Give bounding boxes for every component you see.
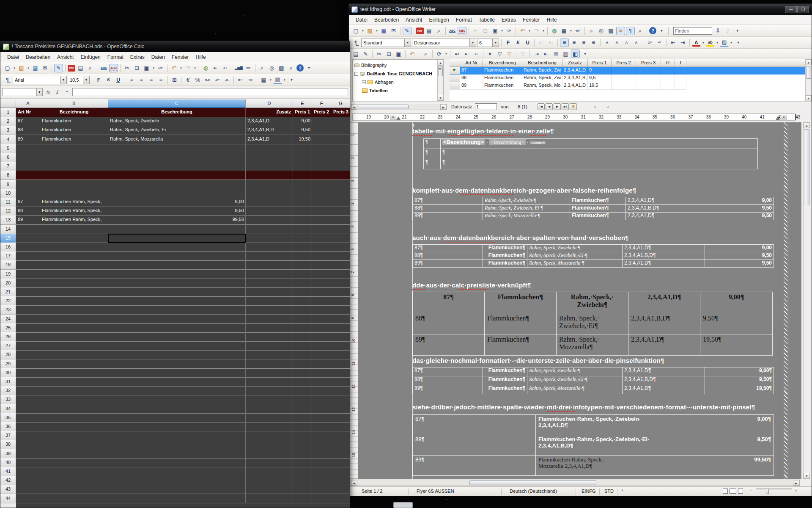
doc-table-verschoben[interactable]: 87¶Flammkuchen¶Rahm,·Speck,·Zwiebeln·¶2,… — [412, 244, 774, 268]
gallery-icon[interactable]: ▩ — [277, 64, 286, 72]
ds-column-header[interactable]: Preis 1 — [588, 59, 612, 67]
tree-scrollbar[interactable]: ▲≡▼ — [437, 60, 443, 101]
ds-column-header[interactable]: Bezeichnung — [483, 59, 522, 67]
grid-cell[interactable] — [246, 368, 293, 378]
grid-cell[interactable] — [293, 207, 312, 216]
column-header-e[interactable]: E — [293, 99, 312, 108]
grid-cell[interactable] — [16, 485, 40, 494]
decrease-indent-icon[interactable]: ⇤ — [236, 76, 245, 84]
grid-cell[interactable] — [108, 341, 246, 351]
number-format-percent-icon[interactable]: % — [193, 76, 202, 84]
ds-column-header[interactable]: Preis 2 — [612, 59, 636, 67]
row-header-17[interactable]: 17 — [0, 251, 16, 261]
row-header-10[interactable]: 10 — [0, 189, 16, 198]
menu-format[interactable]: Format — [104, 53, 127, 61]
grid-cell[interactable] — [246, 404, 293, 414]
delete-decimal-icon[interactable]: .0- — [222, 76, 231, 84]
next-record-button[interactable]: ▶ — [554, 103, 561, 110]
field-bezeichnung[interactable]: <Bezeichnung> — [442, 139, 485, 145]
grid-cell[interactable] — [108, 359, 246, 369]
italic-icon[interactable]: K — [513, 39, 522, 47]
grid-cell[interactable] — [16, 305, 40, 315]
grid-cell[interactable] — [40, 279, 108, 288]
grid-cell[interactable] — [16, 243, 40, 252]
gallery-icon[interactable]: ▩ — [606, 27, 615, 35]
tree-hscrollbar[interactable]: ◀▶ — [351, 104, 447, 110]
calc-sheet[interactable]: 1234567891011121314151617181920212223242… — [0, 108, 350, 508]
underline-icon[interactable]: U — [114, 76, 123, 84]
ds-column-header[interactable]: Art Nr — [460, 59, 483, 67]
sort-icon[interactable]: AZ — [453, 50, 461, 58]
right-margin-marker[interactable]: ≡ — [781, 115, 787, 120]
grid-cell[interactable] — [312, 126, 331, 135]
sort-ascending-icon[interactable]: A↓ — [211, 64, 220, 72]
grid-cell[interactable] — [331, 458, 350, 467]
grid-cell[interactable] — [16, 458, 40, 467]
undo-icon[interactable]: ↶ — [518, 27, 527, 35]
grid-cell[interactable] — [312, 440, 331, 449]
right-indent-marker[interactable] — [776, 116, 780, 120]
edit-data-icon[interactable]: ✎ — [361, 50, 370, 58]
align-right-icon[interactable]: ≡ — [147, 76, 156, 84]
grid-cell[interactable] — [246, 207, 293, 216]
menu-ansicht[interactable]: Ansicht — [402, 16, 425, 24]
ds-cell[interactable] — [675, 67, 686, 75]
grid-cell[interactable] — [108, 296, 246, 306]
toolbar-more-icon[interactable]: ▾ — [304, 64, 313, 72]
grid-cell[interactable] — [312, 207, 331, 216]
grid-cell[interactable] — [40, 377, 108, 387]
row-header-2[interactable]: 2 — [0, 117, 16, 126]
grid-cell[interactable] — [293, 386, 312, 395]
grid-cell[interactable] — [312, 189, 331, 198]
grid-cell[interactable] — [312, 458, 331, 467]
ds-cell[interactable] — [612, 75, 636, 82]
grid-cell[interactable] — [108, 332, 246, 342]
grid-cell[interactable] — [16, 386, 40, 395]
page-preview-icon[interactable]: ⌕ — [86, 64, 95, 72]
row-header-21[interactable]: 21 — [0, 287, 16, 297]
find-next-icon[interactable]: ⇩ — [713, 27, 722, 35]
row-header-40[interactable]: 40 — [0, 458, 16, 467]
find-more-icon[interactable]: ▾ — [733, 27, 742, 35]
row-header-37[interactable]: 37 — [0, 431, 16, 440]
grid-cell[interactable] — [246, 171, 293, 180]
align-left-icon[interactable]: ≡ — [127, 76, 136, 84]
row-header-31[interactable]: 31 — [0, 377, 16, 387]
grid-cell[interactable] — [40, 162, 108, 171]
field-zusatz[interactable]: <Zusatz>¶ — [530, 141, 546, 144]
zoom-icon[interactable]: ⌕ — [636, 27, 645, 35]
grid-cell[interactable] — [246, 153, 293, 162]
grid-cell[interactable] — [293, 341, 312, 351]
grid-cell[interactable] — [293, 431, 312, 440]
row-header-22[interactable]: 22 — [0, 296, 16, 306]
grid-cell[interactable] — [40, 395, 108, 404]
row-header-3[interactable]: 3 — [0, 126, 16, 135]
grid-cell[interactable] — [293, 198, 312, 207]
grid-cell[interactable] — [16, 287, 40, 297]
grid-cell[interactable] — [331, 476, 350, 485]
spellcheck-icon[interactable]: ABC — [99, 64, 108, 72]
grid-cell[interactable] — [246, 377, 293, 387]
align-justified-icon[interactable]: ≡ — [156, 76, 165, 84]
calc-data-row[interactable]: 87Flammkuchen Rahm, Speck, 9,00 — [16, 198, 246, 207]
grid-cell[interactable] — [293, 485, 312, 494]
grid-cell[interactable] — [246, 395, 293, 404]
menu-format[interactable]: Format — [453, 16, 475, 24]
previous-record-button[interactable]: ◀ — [546, 103, 553, 110]
grid-cell[interactable] — [293, 332, 312, 342]
export-pdf-icon[interactable]: PDF — [68, 65, 75, 72]
grid-cell[interactable] — [40, 386, 108, 395]
explorer-on-off-icon[interactable]: ◧ — [571, 50, 580, 58]
zoom-icon[interactable]: ⌕ — [287, 64, 296, 72]
align-left-icon[interactable]: ≡ — [560, 39, 569, 47]
grid-cell[interactable] — [108, 323, 246, 333]
grid-cell[interactable] — [40, 440, 108, 449]
first-record-button[interactable]: |◀ — [538, 103, 545, 110]
single-page-view-icon[interactable] — [723, 489, 728, 494]
open-document-icon[interactable]: ▧ — [17, 64, 26, 72]
help-icon[interactable]: ? — [296, 64, 304, 72]
grid-cell[interactable] — [108, 377, 246, 387]
grid-cell[interactable] — [331, 207, 350, 216]
show-draw-functions-icon[interactable]: ✏ — [244, 64, 253, 72]
grid-cell[interactable] — [331, 494, 350, 503]
